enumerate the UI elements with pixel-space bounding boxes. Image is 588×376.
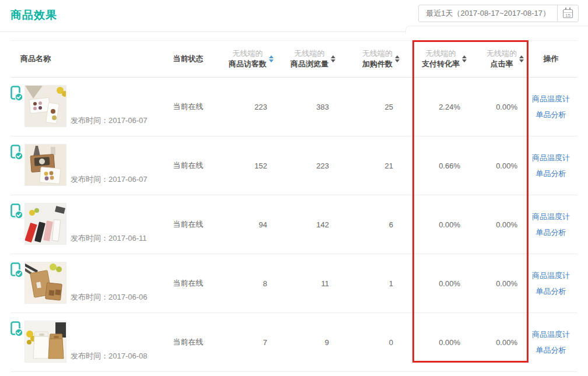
- product-thermometer-link[interactable]: 商品温度计: [532, 212, 570, 222]
- click-rate-value: 0.00%: [467, 313, 524, 371]
- click-rate-value: 0.00%: [467, 136, 524, 195]
- date-range-picker[interactable]: 最近1天（2017-08-17~2017-08-17） 15: [418, 5, 579, 22]
- product-cell: 发布时间：2017-06-08: [10, 313, 163, 371]
- status-value: 当前在线: [163, 313, 213, 371]
- mobile-online-icon: [10, 203, 23, 221]
- pay-conversion-value: 0.00%: [400, 254, 467, 312]
- calendar-icon: 15: [563, 9, 573, 18]
- product-image[interactable]: [24, 85, 66, 127]
- click-rate-value: 0.00%: [467, 78, 524, 136]
- product-cell: 发布时间：2017-06-07: [10, 78, 163, 136]
- page-views-value: 11: [274, 254, 336, 312]
- sort-arrows-icon[interactable]: [519, 55, 524, 62]
- table-row: 发布时间：2017-06-07 当前在线 223 383 25 2.24% 0.…: [10, 78, 578, 136]
- product-image[interactable]: [24, 321, 66, 363]
- mobile-online-icon: [10, 262, 23, 280]
- cart-items-value: 0: [336, 313, 400, 371]
- product-thermometer-link[interactable]: 商品温度计: [532, 329, 570, 340]
- table-row: 发布时间：2017-06-11 当前在线 94 142 6 0.00% 0.00…: [10, 195, 578, 254]
- product-image[interactable]: [24, 262, 66, 304]
- publish-time-label: 发布时间：2017-06-06: [71, 292, 148, 312]
- date-range-label[interactable]: 最近1天（2017-08-17~2017-08-17）: [419, 5, 557, 22]
- column-label: 点击率: [491, 59, 513, 69]
- page-views-value: 9: [274, 313, 336, 371]
- actions-cell: 商品温度计 单品分析: [524, 78, 578, 136]
- cart-items-value: 6: [336, 195, 400, 254]
- mobile-online-icon: [10, 321, 23, 339]
- product-cell: 发布时间：2017-06-07: [10, 136, 163, 195]
- column-prefix: 无线端的: [426, 48, 456, 59]
- column-label: 支付转化率: [422, 59, 460, 69]
- cart-items-value: 25: [336, 78, 400, 136]
- sort-arrows-icon[interactable]: [269, 55, 274, 62]
- product-cell: 发布时间：2017-06-06: [10, 254, 163, 312]
- product-image[interactable]: [24, 203, 66, 245]
- mobile-online-icon: [10, 86, 23, 103]
- column-header-actions: 操作: [524, 54, 578, 64]
- column-header-page-views[interactable]: 无线端的 商品浏览量: [274, 48, 336, 69]
- pay-conversion-value: 0.00%: [400, 313, 467, 371]
- visitors-value: 223: [213, 78, 274, 136]
- column-header-pay-conversion[interactable]: 无线端的 支付转化率: [400, 48, 467, 69]
- cart-items-value: 21: [336, 136, 400, 195]
- status-value: 当前在线: [163, 254, 213, 312]
- product-thermometer-link[interactable]: 商品温度计: [532, 153, 570, 163]
- click-rate-value: 0.00%: [467, 254, 524, 312]
- product-thermometer-link[interactable]: 商品温度计: [532, 270, 570, 281]
- column-label: 商品浏览量: [290, 59, 328, 69]
- column-prefix: 无线端的: [233, 48, 263, 59]
- pay-conversion-value: 0.66%: [400, 136, 467, 195]
- product-thermometer-link[interactable]: 商品温度计: [532, 94, 570, 104]
- column-prefix: 无线端的: [487, 48, 517, 59]
- column-header-click-rate[interactable]: 无线端的 点击率: [467, 48, 524, 69]
- actions-cell: 商品温度计 单品分析: [524, 254, 578, 312]
- page-views-value: 383: [274, 78, 336, 136]
- sort-arrows-icon[interactable]: [462, 55, 467, 62]
- status-value: 当前在线: [163, 195, 213, 254]
- actions-cell: 商品温度计 单品分析: [524, 136, 578, 195]
- pay-conversion-value: 2.24%: [400, 78, 467, 136]
- column-header-product-name: 商品名称: [10, 54, 163, 64]
- publish-time-label: 发布时间：2017-06-07: [71, 174, 148, 195]
- column-prefix: 无线端的: [362, 48, 393, 59]
- sort-arrows-icon[interactable]: [331, 55, 335, 62]
- visitors-value: 7: [213, 313, 274, 371]
- single-item-analysis-link[interactable]: 单品分析: [536, 227, 566, 238]
- visitors-value: 94: [213, 195, 274, 254]
- product-image[interactable]: [24, 144, 66, 186]
- publish-time-label: 发布时间：2017-06-07: [71, 115, 148, 136]
- calendar-day-number: 15: [564, 12, 572, 18]
- publish-time-label: 发布时间：2017-06-08: [71, 351, 148, 371]
- actions-cell: 商品温度计 单品分析: [524, 195, 578, 254]
- sort-arrows-icon[interactable]: [395, 55, 400, 62]
- column-header-cart-items[interactable]: 无线端的 加购件数: [336, 48, 400, 69]
- column-prefix: 无线端的: [295, 48, 325, 59]
- product-performance-table: 商品名称 当前状态 无线端的 商品访客数 无线端的 商品浏览量 无线端的 加购件…: [10, 40, 578, 372]
- column-header-status: 当前状态: [163, 54, 213, 64]
- publish-time-label: 发布时间：2017-06-11: [71, 233, 147, 254]
- single-item-analysis-link[interactable]: 单品分析: [536, 286, 566, 297]
- table-row: 发布时间：2017-06-08 当前在线 7 9 0 0.00% 0.00% 商…: [10, 313, 578, 372]
- column-header-visitors[interactable]: 无线端的 商品访客数: [213, 48, 274, 69]
- page-views-value: 142: [274, 195, 336, 254]
- visitors-value: 152: [213, 136, 274, 195]
- column-label: 加购件数: [362, 59, 393, 69]
- single-item-analysis-link[interactable]: 单品分析: [536, 345, 566, 356]
- single-item-analysis-link[interactable]: 单品分析: [536, 168, 566, 179]
- table-row: 发布时间：2017-06-07 当前在线 152 223 21 0.66% 0.…: [10, 136, 578, 195]
- column-label: 商品访客数: [229, 59, 267, 69]
- click-rate-value: 0.00%: [467, 195, 524, 254]
- cart-items-value: 1: [336, 254, 400, 312]
- page-views-value: 223: [274, 136, 336, 195]
- pay-conversion-value: 0.00%: [400, 195, 467, 254]
- single-item-analysis-link[interactable]: 单品分析: [536, 110, 566, 120]
- actions-cell: 商品温度计 单品分析: [524, 313, 578, 371]
- page-title: 商品效果: [10, 8, 57, 23]
- status-value: 当前在线: [163, 136, 213, 195]
- status-value: 当前在线: [163, 78, 213, 136]
- table-row: 发布时间：2017-06-06 当前在线 8 11 1 0.00% 0.00% …: [10, 254, 578, 313]
- product-cell: 发布时间：2017-06-11: [10, 195, 163, 254]
- table-body: 发布时间：2017-06-07 当前在线 223 383 25 2.24% 0.…: [10, 78, 578, 372]
- table-header-row: 商品名称 当前状态 无线端的 商品访客数 无线端的 商品浏览量 无线端的 加购件…: [10, 41, 578, 78]
- calendar-button[interactable]: 15: [557, 5, 578, 22]
